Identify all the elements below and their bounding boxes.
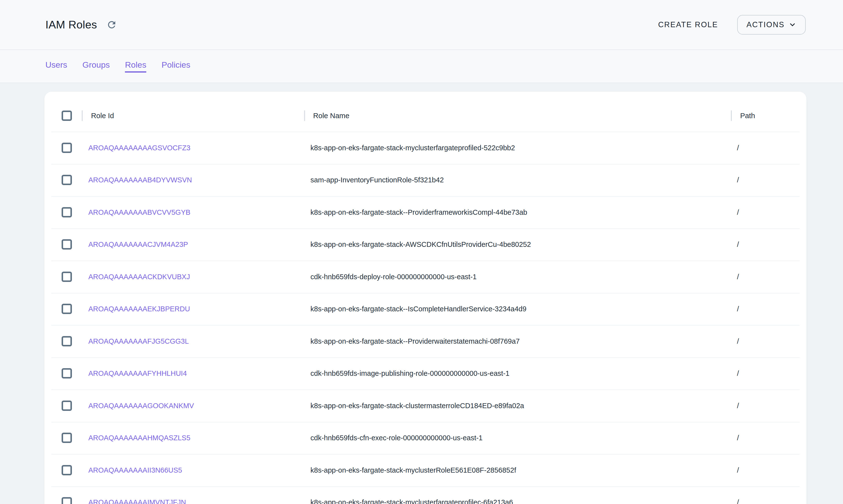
path-cell: / <box>737 240 739 249</box>
row-checkbox[interactable] <box>62 336 72 346</box>
role-id-link[interactable]: AROAQAAAAAAACJVM4A23P <box>88 240 188 249</box>
row-checkbox[interactable] <box>62 207 72 217</box>
chevron-down-icon <box>789 21 796 29</box>
row-checkbox[interactable] <box>62 368 72 378</box>
table-body: AROAQAAAAAAAAGSVOCFZ3 k8s-app-on-eks-far… <box>45 132 806 504</box>
role-name-cell: k8s-app-on-eks-fargate-stack--IsComplete… <box>310 305 527 313</box>
row-checkbox[interactable] <box>62 465 72 475</box>
select-all-checkbox[interactable] <box>62 111 72 121</box>
row-checkbox[interactable] <box>62 304 72 314</box>
row-checkbox[interactable] <box>62 433 72 443</box>
role-name-cell: cdk-hnb659fds-cfn-exec-role-000000000000… <box>310 434 482 442</box>
app-header: IAM Roles CREATE ROLE ACTIONS <box>0 0 843 50</box>
role-name-cell: k8s-app-on-eks-fargate-stack-AWSCDKCfnUt… <box>310 240 531 249</box>
path-cell: / <box>737 208 739 216</box>
table-row: AROAQAAAAAAAEKJBPERDU k8s-app-on-eks-far… <box>45 293 806 325</box>
table-row: AROAQAAAAAAACJVM4A23P k8s-app-on-eks-far… <box>45 229 806 261</box>
role-id-link[interactable]: AROAQAAAAAAACKDKVUBXJ <box>88 273 190 281</box>
table-row: AROAQAAAAAAAB4DYVWSVN sam-app-InventoryF… <box>45 164 806 196</box>
table-row: AROAQAAAAAAABVCVV5GYB k8s-app-on-eks-far… <box>45 196 806 229</box>
role-name-cell: k8s-app-on-eks-fargate-stack-myclusterfa… <box>310 498 513 504</box>
tab-policies[interactable]: Policies <box>161 60 190 73</box>
actions-button-label: ACTIONS <box>746 20 785 29</box>
role-name-cell: cdk-hnb659fds-deploy-role-000000000000-u… <box>310 273 477 281</box>
role-id-link[interactable]: AROAQAAAAAAABVCVV5GYB <box>88 208 190 216</box>
table-row: AROAQAAAAAAAFYHHLHUI4 cdk-hnb659fds-imag… <box>45 357 806 390</box>
tab-groups[interactable]: Groups <box>83 60 110 73</box>
page-title: IAM Roles <box>46 18 97 31</box>
main-content: Role Id Role Name Path AROAQAAAAAAAAGSVO… <box>0 83 843 504</box>
row-checkbox[interactable] <box>62 497 72 504</box>
path-cell: / <box>737 498 739 504</box>
tab-roles[interactable]: Roles <box>125 60 146 73</box>
table-row: AROAQAAAAAAAGOOKANKMV k8s-app-on-eks-far… <box>45 390 806 422</box>
role-name-cell: k8s-app-on-eks-fargate-stack-myclusterRo… <box>310 466 516 474</box>
create-role-button[interactable]: CREATE ROLE <box>655 18 722 32</box>
path-cell: / <box>737 466 739 474</box>
role-name-cell: cdk-hnb659fds-image-publishing-role-0000… <box>310 370 510 378</box>
tab-users[interactable]: Users <box>46 60 67 73</box>
role-id-link[interactable]: AROAQAAAAAAAB4DYVWSVN <box>88 176 192 184</box>
column-header-path: Path <box>740 111 755 120</box>
roles-table-card: Role Id Role Name Path AROAQAAAAAAAAGSVO… <box>45 92 806 504</box>
path-cell: / <box>737 273 739 281</box>
column-divider <box>304 110 305 121</box>
actions-button[interactable]: ACTIONS <box>737 15 806 35</box>
role-name-cell: k8s-app-on-eks-fargate-stack-clustermast… <box>310 401 524 410</box>
table-row: AROAQAAAAAAAHMQASZLS5 cdk-hnb659fds-cfn-… <box>45 422 806 454</box>
row-checkbox[interactable] <box>62 239 72 250</box>
column-header-role-name: Role Name <box>313 111 349 120</box>
column-divider <box>731 110 732 121</box>
path-cell: / <box>737 401 739 410</box>
table-row: AROAQAAAAAAAAGSVOCFZ3 k8s-app-on-eks-far… <box>45 132 806 164</box>
path-cell: / <box>737 337 739 345</box>
path-cell: / <box>737 144 739 152</box>
path-cell: / <box>737 305 739 313</box>
table-row: AROAQAAAAAAACKDKVUBXJ cdk-hnb659fds-depl… <box>45 260 806 293</box>
iam-tabbar: Users Groups Roles Policies <box>0 50 843 83</box>
role-id-link[interactable]: AROAQAAAAAAAHMQASZLS5 <box>88 434 190 442</box>
role-id-link[interactable]: AROAQAAAAAAAII3N66US5 <box>88 466 182 474</box>
table-row: AROAQAAAAAAAIMVNTJFJN k8s-app-on-eks-far… <box>45 486 806 504</box>
role-id-link[interactable]: AROAQAAAAAAAFJG5CGG3L <box>88 337 189 345</box>
row-checkbox[interactable] <box>62 143 72 153</box>
table-row: AROAQAAAAAAAII3N66US5 k8s-app-on-eks-far… <box>45 454 806 486</box>
role-id-link[interactable]: AROAQAAAAAAAFYHHLHUI4 <box>88 370 187 378</box>
path-cell: / <box>737 434 739 442</box>
table-header-row: Role Id Role Name Path <box>45 92 806 132</box>
column-divider <box>82 110 83 121</box>
path-cell: / <box>737 176 739 184</box>
role-id-link[interactable]: AROAQAAAAAAAIMVNTJFJN <box>88 498 186 504</box>
role-name-cell: sam-app-InventoryFunctionRole-5f321b42 <box>310 176 444 184</box>
role-id-link[interactable]: AROAQAAAAAAAEKJBPERDU <box>88 305 190 313</box>
column-header-role-id: Role Id <box>91 111 114 120</box>
row-checkbox[interactable] <box>62 272 72 282</box>
table-row: AROAQAAAAAAAFJG5CGG3L k8s-app-on-eks-far… <box>45 325 806 357</box>
role-id-link[interactable]: AROAQAAAAAAAAGSVOCFZ3 <box>88 144 190 152</box>
role-name-cell: k8s-app-on-eks-fargate-stack-myclusterfa… <box>310 144 515 152</box>
role-name-cell: k8s-app-on-eks-fargate-stack--Providerfr… <box>310 208 527 216</box>
refresh-button[interactable] <box>105 18 118 31</box>
role-id-link[interactable]: AROAQAAAAAAAGOOKANKMV <box>88 401 194 410</box>
role-name-cell: k8s-app-on-eks-fargate-stack--Providerwa… <box>310 337 520 345</box>
row-checkbox[interactable] <box>62 175 72 185</box>
row-checkbox[interactable] <box>62 400 72 411</box>
path-cell: / <box>737 370 739 378</box>
refresh-icon <box>106 19 117 30</box>
